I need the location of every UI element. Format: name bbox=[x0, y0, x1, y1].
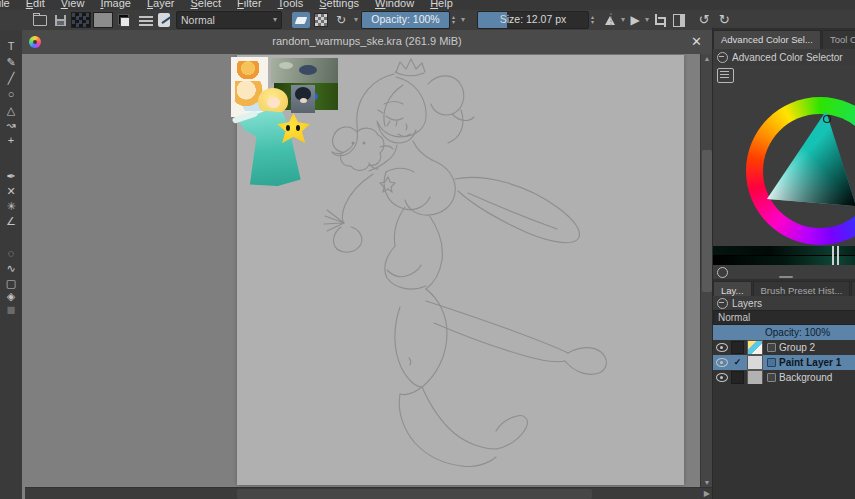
visibility-eye-icon[interactable] bbox=[716, 373, 728, 382]
paint-layer-badge-icon bbox=[767, 373, 776, 382]
canvas-viewport[interactable] bbox=[22, 54, 700, 487]
toolbox: T ✎ ╱ ○ △ ↝ + ✒ ✕ ✳ ∠ ◌ ∿ ▢ ◈ ◼ bbox=[0, 30, 23, 499]
layers-docker-header[interactable]: Layers bbox=[713, 296, 855, 310]
layer-checkbox[interactable] bbox=[731, 371, 744, 384]
group-layer-badge-icon bbox=[767, 343, 776, 352]
brush-size-slider[interactable]: Size: 12.07 px bbox=[477, 11, 589, 29]
folder-icon bbox=[33, 15, 47, 26]
document-title: random_warmups_ske.kra (261.9 MiB) bbox=[22, 35, 712, 47]
tool-color-sampler[interactable]: ✒ bbox=[0, 170, 22, 184]
tool-rect-select[interactable]: ▢ bbox=[0, 277, 22, 291]
pattern-chooser-button[interactable] bbox=[93, 12, 113, 28]
tool-smart-patch[interactable]: ✳ bbox=[0, 200, 22, 214]
canvas[interactable] bbox=[237, 55, 684, 485]
wrap-chevron-icon[interactable]: ▾ bbox=[645, 16, 649, 24]
layer-thumbnail[interactable] bbox=[747, 355, 763, 370]
tab-advanced-color-selector[interactable]: Advanced Color Sel... bbox=[713, 30, 821, 49]
tool-ellipse-select[interactable]: ◌ bbox=[0, 247, 22, 261]
color-selector-area[interactable] bbox=[713, 92, 855, 246]
layer-row-background[interactable]: Background bbox=[713, 370, 855, 385]
layers-collapse-icon[interactable] bbox=[717, 298, 728, 309]
menu-view[interactable]: View bbox=[53, 0, 93, 10]
menu-select[interactable]: Select bbox=[183, 0, 230, 10]
menu-layer[interactable]: Layer bbox=[139, 0, 183, 10]
tool-freehand-path[interactable]: ↝ bbox=[0, 119, 22, 133]
layer-opacity-slider[interactable]: Opacity: 100% bbox=[713, 325, 855, 340]
tool-measure[interactable]: ∠ bbox=[0, 215, 22, 229]
color-history-icon[interactable] bbox=[717, 267, 728, 278]
redo-button[interactable]: ↻ bbox=[715, 12, 733, 28]
tool-move[interactable]: + bbox=[0, 134, 22, 148]
mirror-button[interactable] bbox=[602, 12, 620, 28]
docker-collapse-icon[interactable] bbox=[717, 52, 728, 63]
layer-checkbox[interactable] bbox=[731, 341, 744, 354]
wrap-around-button[interactable]: ▶ bbox=[626, 12, 644, 28]
menu-file[interactable]: File bbox=[0, 0, 18, 10]
layer-thumbnail[interactable] bbox=[747, 370, 763, 385]
tool-ellipse[interactable]: ○ bbox=[0, 88, 22, 102]
undo-button[interactable]: ↺ bbox=[695, 12, 713, 28]
layer-name[interactable]: Background bbox=[779, 372, 832, 383]
reload-chevron-icon[interactable]: ▾ bbox=[354, 16, 358, 24]
tool-edit-shapes[interactable]: ✎ bbox=[0, 56, 22, 70]
sv-triangle[interactable] bbox=[713, 92, 855, 246]
tab-tool-options[interactable]: Tool O... bbox=[822, 30, 855, 49]
brush-presets-button[interactable] bbox=[135, 12, 153, 28]
fg-bg-colors-button[interactable] bbox=[115, 12, 133, 28]
visibility-eye-icon[interactable] bbox=[716, 343, 728, 352]
layer-row-paint-layer-1[interactable]: ✓ Paint Layer 1 bbox=[713, 355, 855, 370]
tool-text[interactable]: T bbox=[0, 40, 22, 54]
tool-polygon[interactable]: △ bbox=[0, 104, 22, 118]
layer-blending-mode-dropdown[interactable]: Normal bbox=[713, 310, 855, 325]
opacity-spinner[interactable]: ▴▾ bbox=[452, 15, 455, 25]
blending-mode-dropdown[interactable]: Normal ▾ bbox=[176, 11, 282, 29]
eraser-mode-button[interactable] bbox=[292, 12, 310, 28]
eraser-icon bbox=[295, 17, 308, 24]
krita-window: File Edit View Image Layer Select Filter… bbox=[0, 0, 855, 499]
document-titlebar[interactable]: random_warmups_ske.kra (261.9 MiB) ✕ bbox=[22, 30, 712, 55]
layer-name[interactable]: Group 2 bbox=[779, 342, 815, 353]
brush-editor-button[interactable] bbox=[155, 12, 173, 28]
visibility-eye-icon[interactable] bbox=[716, 358, 728, 367]
workspace-chooser-button[interactable] bbox=[670, 12, 688, 28]
menu-tools[interactable]: Tools bbox=[270, 0, 312, 10]
menu-filter[interactable]: Filter bbox=[229, 0, 269, 10]
preserve-alpha-button[interactable] bbox=[312, 12, 330, 28]
menu-edit[interactable]: Edit bbox=[18, 0, 53, 10]
opacity-slider[interactable]: Opacity: 100% bbox=[361, 11, 450, 29]
color-docker-header[interactable]: Advanced Color Selector bbox=[713, 49, 855, 65]
tool-similar-select[interactable]: ◈ bbox=[0, 290, 22, 304]
horizontal-scrollbar[interactable]: ▶ bbox=[25, 487, 712, 499]
brush-size-spinner[interactable]: ▴▾ bbox=[591, 15, 594, 25]
layer-name[interactable]: Paint Layer 1 bbox=[779, 357, 841, 368]
tool-freehand-select[interactable]: ∿ bbox=[0, 262, 22, 276]
rect-select-icon: ▢ bbox=[6, 277, 16, 289]
shade-handle[interactable] bbox=[832, 246, 839, 265]
tool-line[interactable]: ╱ bbox=[0, 72, 22, 86]
horizontal-scrollbar-thumb[interactable] bbox=[237, 489, 592, 499]
vertical-scrollbar-thumb[interactable] bbox=[702, 150, 712, 292]
shade-selector[interactable] bbox=[713, 246, 855, 265]
mirror-chevron-icon[interactable]: ▾ bbox=[621, 16, 625, 24]
docker-resize-grip[interactable] bbox=[779, 276, 793, 278]
tool-fill[interactable]: ◼ bbox=[0, 303, 22, 317]
menu-help[interactable]: Help bbox=[422, 0, 461, 10]
gradient-chooser-button[interactable] bbox=[71, 12, 91, 28]
menu-image[interactable]: Image bbox=[92, 0, 139, 10]
layer-thumbnail[interactable] bbox=[747, 340, 763, 355]
selector-settings-icon[interactable] bbox=[717, 68, 734, 83]
crop-button[interactable] bbox=[650, 12, 668, 28]
opacity-chevron-icon[interactable]: ▾ bbox=[461, 16, 465, 24]
menu-settings[interactable]: Settings bbox=[311, 0, 367, 10]
paint-layer-badge-icon bbox=[767, 358, 776, 367]
scroll-right-icon[interactable]: ▶ bbox=[704, 488, 710, 499]
layer-checkbox[interactable]: ✓ bbox=[731, 356, 744, 369]
save-button[interactable] bbox=[51, 12, 69, 28]
reload-preset-button[interactable]: ↻ bbox=[332, 12, 350, 28]
text-tool-icon: T bbox=[8, 40, 15, 52]
layer-row-group-2[interactable]: Group 2 bbox=[713, 340, 855, 355]
tool-transform[interactable]: ✕ bbox=[0, 185, 22, 199]
menu-window[interactable]: Window bbox=[367, 0, 422, 10]
open-file-button[interactable] bbox=[31, 12, 49, 28]
close-icon[interactable]: ✕ bbox=[691, 34, 702, 49]
